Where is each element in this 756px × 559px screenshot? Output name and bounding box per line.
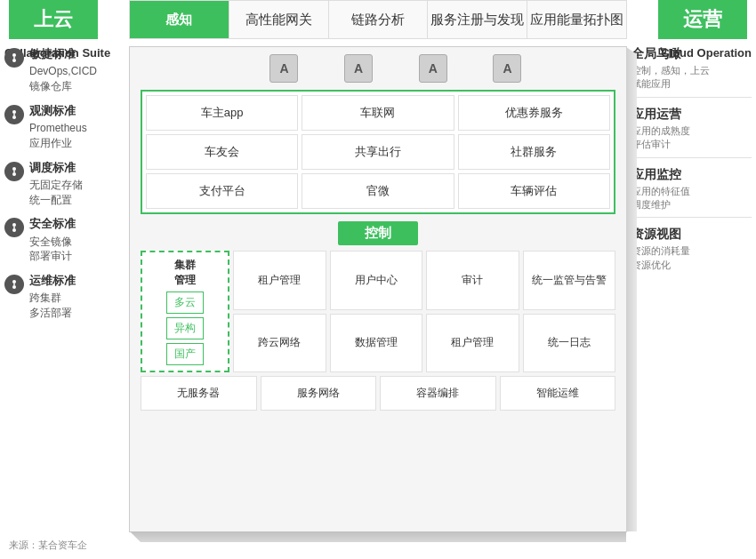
bottom-row: 无服务器服务网络容器编排智能运维 (141, 376, 615, 411)
left-standards-list: 敏捷标准DevOps,CICD 镜像仓库 观测标准Prometheus 应用作业… (4, 46, 120, 330)
standard-title-2: 调度标准 (29, 160, 83, 176)
svg-point-4 (12, 116, 16, 119)
op-divider-0 (631, 97, 752, 98)
svg-point-10 (12, 228, 16, 232)
app-cell-1: 车联网 (302, 95, 454, 131)
control-section: 控制 集群管理多云异构国产租户管理用户中心审计统一监管与告警跨云网络数据管理租户… (141, 221, 615, 372)
ctrl-row2-cell-0: 跨云网络 (233, 314, 326, 373)
standard-item-2: 调度标准无固定存储 统一配置 (4, 160, 120, 208)
op-title-2: 应用监控 (631, 167, 752, 183)
standard-desc-2: 无固定存储 统一配置 (29, 178, 83, 208)
standard-item-3: 安全标准安全镜像 部署审计 (4, 216, 120, 264)
main-content-area: A A A A 车主app车联网优惠券服务车友会共享出行社群服务支付平台官微车辆… (129, 46, 627, 532)
standard-desc-3: 安全镜像 部署审计 (29, 235, 76, 265)
cluster-tag-1: 异构 (166, 317, 204, 339)
standard-desc-0: DevOps,CICD 镜像仓库 (29, 64, 97, 94)
op-desc-0: 控制，感知，上云 赋能应用 (631, 64, 752, 92)
right-ops-list: 全局鸟瞰控制，感知，上云 赋能应用应用运营应用的成熟度 评估审计应用监控应用的特… (631, 46, 752, 281)
ctrl-row1-cell-1: 用户中心 (330, 251, 423, 310)
op-title-3: 资源视图 (631, 227, 752, 243)
main-inner: A A A A 车主app车联网优惠券服务车友会共享出行社群服务支付平台官微车辆… (130, 47, 626, 531)
nav-item-2[interactable]: 链路分析 (329, 0, 429, 39)
app-cell-2: 优惠券服务 (458, 95, 610, 131)
ctrl-row1-cell-2: 审计 (426, 251, 519, 310)
standard-title-4: 运维标准 (29, 273, 76, 289)
svg-point-12 (12, 280, 16, 283)
op-desc-2: 应用的特征值 调度维护 (631, 185, 752, 212)
standard-icon-1 (4, 105, 24, 124)
bottom-cell-2: 容器编排 (380, 376, 496, 411)
ctrl-row1-cell-0: 租户管理 (233, 251, 326, 310)
op-item-0: 全局鸟瞰控制，感知，上云 赋能应用 (631, 46, 752, 98)
agent-icon-3: A (419, 54, 447, 83)
svg-point-7 (12, 172, 16, 176)
svg-point-1 (12, 59, 16, 62)
op-item-3: 资源视图资源的消耗量 资源优化 (631, 227, 752, 272)
cluster-cell: 集群管理多云异构国产 (141, 251, 229, 372)
app-cell-6: 支付平台 (146, 173, 298, 209)
yun-ying-button[interactable]: 运营 (658, 0, 747, 39)
control-label: 控制 (338, 221, 418, 245)
op-item-2: 应用监控应用的特征值 调度维护 (631, 167, 752, 219)
op-title-0: 全局鸟瞰 (631, 46, 752, 62)
svg-point-9 (12, 223, 16, 227)
control-label-bar: 控制 (141, 221, 615, 245)
agent-icon-4: A (493, 54, 521, 83)
app-cell-8: 车辆评估 (458, 173, 610, 209)
source-text: 来源：某合资车企 (9, 539, 87, 552)
app-cell-3: 车友会 (146, 134, 298, 170)
left-sidebar: 上云 Collaboration Suite 敏捷标准DevOps,CICD 镜… (0, 0, 129, 559)
svg-point-6 (12, 167, 16, 171)
standard-title-3: 安全标准 (29, 216, 76, 232)
standard-title-1: 观测标准 (29, 103, 87, 119)
nav-item-3[interactable]: 服务注册与发现 (428, 0, 527, 39)
op-desc-1: 应用的成熟度 评估审计 (631, 124, 752, 152)
op-title-1: 应用运营 (631, 107, 752, 123)
standard-desc-1: Prometheus 应用作业 (29, 121, 87, 151)
standard-icon-4 (4, 275, 24, 294)
right-sidebar: 运营 Cloud Operation 全局鸟瞰控制，感知，上云 赋能应用应用运营… (627, 0, 756, 559)
cluster-tag-0: 多云 (166, 291, 204, 314)
cluster-tag-2: 国产 (166, 343, 204, 365)
top-nav: 感知高性能网关链路分析服务注册与发现应用能量拓扑图 (129, 0, 627, 39)
svg-point-13 (12, 285, 16, 289)
ctrl-row2-cell-2: 租户管理 (426, 314, 519, 373)
agent-icon-1: A (269, 54, 298, 83)
standard-desc-4: 跨集群 多活部署 (29, 291, 76, 321)
svg-point-0 (12, 53, 16, 57)
ctrl-row1-cell-3: 统一监管与告警 (523, 251, 616, 310)
standard-icon-0 (4, 48, 24, 68)
bottom-cell-3: 智能运维 (500, 376, 616, 411)
agent-icon-2: A (344, 54, 373, 83)
ctrl-row2-cell-1: 数据管理 (330, 314, 423, 373)
nav-item-4[interactable]: 应用能量拓扑图 (527, 0, 627, 39)
ctrl-row2-cell-3: 统一日志 (523, 314, 616, 373)
standard-title-0: 敏捷标准 (29, 46, 97, 62)
op-divider-1 (631, 157, 752, 158)
app-cell-4: 共享出行 (302, 134, 454, 170)
control-grid: 集群管理多云异构国产租户管理用户中心审计统一监管与告警跨云网络数据管理租户管理统… (141, 251, 615, 372)
app-cell-7: 官微 (302, 173, 454, 209)
cluster-label: 集群管理 (174, 258, 196, 288)
standard-item-1: 观测标准Prometheus 应用作业 (4, 103, 120, 151)
svg-point-3 (12, 110, 16, 114)
agent-row: A A A A (130, 47, 626, 90)
app-cell-0: 车主app (146, 95, 298, 131)
nav-item-0[interactable]: 感知 (129, 0, 229, 39)
op-divider-2 (631, 217, 752, 218)
shang-yun-button[interactable]: 上云 (9, 0, 98, 39)
app-grid-section: 车主app车联网优惠券服务车友会共享出行社群服务支付平台官微车辆评估 (141, 90, 615, 214)
standard-item-4: 运维标准跨集群 多活部署 (4, 273, 120, 321)
bottom-cell-0: 无服务器 (141, 376, 257, 411)
op-item-1: 应用运营应用的成熟度 评估审计 (631, 107, 752, 158)
standard-item-0: 敏捷标准DevOps,CICD 镜像仓库 (4, 46, 120, 94)
standard-icon-2 (4, 162, 24, 181)
app-cell-5: 社群服务 (458, 134, 610, 170)
nav-item-1[interactable]: 高性能网关 (229, 0, 329, 39)
standard-icon-3 (4, 218, 24, 237)
bottom-cell-1: 服务网络 (261, 376, 377, 411)
op-desc-3: 资源的消耗量 资源优化 (631, 244, 752, 272)
app-grid: 车主app车联网优惠券服务车友会共享出行社群服务支付平台官微车辆评估 (146, 95, 610, 209)
